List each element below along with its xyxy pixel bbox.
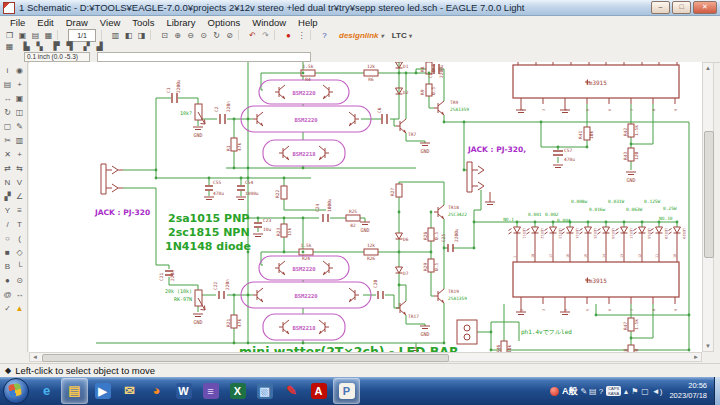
toolbar-print-button[interactable]: ▤ [29, 30, 42, 41]
taskbar-paint[interactable]: P [333, 378, 360, 404]
tool-change[interactable]: ✎ [14, 120, 25, 133]
menu-view[interactable]: View [94, 17, 126, 28]
caps-kana-indicator[interactable]: CAPSKANA [606, 386, 621, 396]
command-input[interactable] [97, 52, 311, 62]
ime-dict-icon[interactable]: ▤ [589, 387, 597, 396]
taskbar-photo-viewer[interactable]: ▧ [252, 379, 277, 403]
ime-mode[interactable]: A般 [562, 385, 578, 398]
tool-group[interactable]: ▢ [2, 120, 13, 133]
toolbar-open-button[interactable]: ❒ [3, 30, 16, 41]
tool-copy[interactable]: ▣ [14, 92, 25, 105]
start-button[interactable] [3, 378, 29, 404]
menu-window[interactable]: Window [246, 17, 292, 28]
tool-arc[interactable]: ( [14, 232, 25, 245]
tool-polygon[interactable]: ◇ [14, 246, 25, 259]
toolbar-run-button[interactable]: ⋮ [295, 30, 308, 41]
led-row[interactable]: LED111LED1218LED1317LED1416LED1515LED161… [509, 221, 686, 262]
tool-info[interactable]: i [2, 64, 13, 77]
toolbar-window-new-button[interactable]: ◨ [135, 30, 148, 41]
tool-show[interactable]: ◉ [14, 64, 25, 77]
led-LED11[interactable] [509, 227, 521, 238]
scroll-down-icon[interactable]: ▼ [703, 341, 713, 351]
toolbar-undo-button[interactable]: ↶ [246, 30, 259, 41]
toolbar-help-button[interactable]: ? [318, 30, 331, 41]
tool-miter[interactable]: ∠ [14, 190, 25, 203]
tool-dimension[interactable]: ↔ [14, 288, 25, 301]
menu-draw[interactable]: Draw [60, 17, 94, 28]
display-layer-d-button[interactable]: ▜ [63, 41, 76, 52]
tool-net[interactable]: └ [14, 260, 25, 273]
toolbar-zoom-select-button[interactable]: ⊙ [197, 30, 210, 41]
action-center-icon[interactable]: ⚑ [631, 387, 638, 396]
vertical-scrollbar[interactable]: ▲ ▼ [702, 62, 714, 352]
designlink-button[interactable]: designlink ▾ [339, 31, 384, 40]
toolbar-zoom-fit-button[interactable]: ⊡ [158, 30, 171, 41]
scroll-up-icon[interactable]: ▲ [703, 63, 713, 73]
tool-circle[interactable]: ○ [2, 232, 13, 245]
taskbar-word[interactable]: W [171, 379, 196, 403]
ime-ball-icon[interactable] [550, 387, 559, 396]
tool-junction[interactable]: ● [2, 274, 13, 287]
tool-split[interactable]: Y [2, 204, 13, 217]
tool-pinswap[interactable]: ⇄ [2, 162, 13, 175]
tool-delete[interactable]: ✕ [2, 148, 13, 161]
horizontal-scroll-thumb[interactable] [42, 354, 449, 362]
toolbar-stop-button[interactable]: ● [282, 30, 295, 41]
tool-mark[interactable]: + [14, 78, 25, 91]
taskbar-adobe-reader[interactable]: A [306, 379, 331, 403]
led-LED20[interactable] [669, 227, 681, 238]
toolbar-window-split-button[interactable]: ◧ [122, 30, 135, 41]
led-LED13[interactable] [545, 227, 557, 238]
display-layer-b-button[interactable]: ▚ [33, 41, 46, 52]
taskbar-mail[interactable]: ✉ [117, 379, 142, 403]
tool-rect[interactable]: ■ [2, 246, 13, 259]
taskbar-red-feather[interactable]: ✎ [279, 379, 304, 403]
menu-tools[interactable]: Tools [126, 17, 160, 28]
tool-move[interactable]: ↔ [2, 92, 13, 105]
toolbar-zoom-out-button[interactable]: ⊖ [184, 30, 197, 41]
toolbar-export-image-button[interactable]: ▦ [42, 30, 55, 41]
tool-mirror[interactable]: ◫ [14, 106, 25, 119]
tool-cut[interactable]: ✂ [2, 134, 13, 147]
led-LED16[interactable] [598, 227, 610, 238]
toolbar-zoom-redraw-button[interactable]: ↻ [210, 30, 223, 41]
led-LED14[interactable] [562, 227, 574, 238]
led-LED15[interactable] [580, 227, 592, 238]
tool-attribute[interactable]: @ [2, 288, 13, 301]
network-icon[interactable]: ▢ [641, 387, 649, 396]
tool-display[interactable]: ▤ [2, 78, 13, 91]
tool-replace[interactable]: ⇆ [14, 162, 25, 175]
horizontal-scrollbar[interactable]: ◄ ► [29, 352, 702, 362]
tool-invoke[interactable]: ≡ [14, 204, 25, 217]
minimize-button[interactable]: – [651, 1, 670, 14]
display-grid-button[interactable]: ▦ [3, 41, 16, 52]
close-button[interactable]: ✕ [693, 1, 717, 14]
tool-text[interactable]: T [14, 218, 25, 231]
jack-input[interactable] [101, 164, 123, 194]
vertical-scroll-thumb[interactable] [704, 131, 714, 258]
toolbar-save-button[interactable]: ▣ [16, 30, 29, 41]
toolbar-zoom-prev-button[interactable]: ⊘ [223, 30, 236, 41]
menu-edit[interactable]: Edit [31, 17, 59, 28]
taskbar-excel[interactable]: X [225, 379, 250, 403]
tool-value[interactable]: V [14, 176, 25, 189]
scroll-left-icon[interactable]: ◄ [30, 353, 40, 361]
toolbar-zoom-in-button[interactable]: ⊕ [171, 30, 184, 41]
led-LED18[interactable] [634, 227, 646, 238]
taskbar-winrar[interactable]: ≡ [198, 379, 223, 403]
menu-library[interactable]: Library [160, 17, 201, 28]
menu-help[interactable]: Help [292, 17, 324, 28]
menu-file[interactable]: File [4, 17, 31, 28]
led-LED17[interactable] [616, 227, 628, 238]
taskbar-firefox[interactable]: ◕ [144, 379, 169, 403]
ltspice-button[interactable]: LTC ▾ [392, 31, 412, 40]
tool-rotate[interactable]: ↻ [2, 106, 13, 119]
taskbar-media-player[interactable]: ▶ [90, 379, 115, 403]
tool-wire[interactable]: / [2, 218, 13, 231]
schematic[interactable]: 23456789 23456789 LED111LED1218LED1317LE… [29, 62, 702, 352]
toolbar-sheet-selector[interactable]: 1/1 [68, 29, 96, 42]
maximize-button[interactable]: □ [672, 1, 691, 14]
hidden-icons-button[interactable]: ▴ [624, 387, 628, 396]
taskbar-internet-explorer[interactable]: e [34, 379, 59, 403]
toolbar-redo-button[interactable]: ↷ [259, 30, 272, 41]
